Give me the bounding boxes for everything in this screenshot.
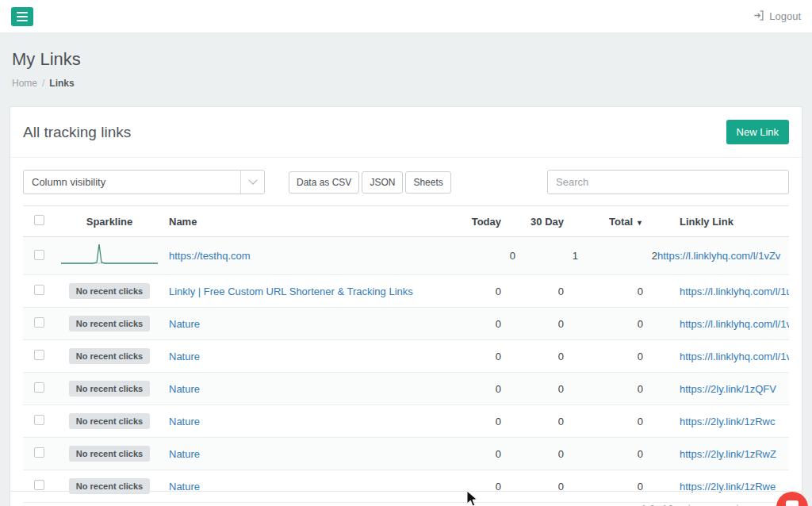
row-checkbox[interactable] <box>34 250 44 260</box>
table-controls: Column visibility Data as CSVJSONSheets <box>10 158 802 205</box>
link-name[interactable]: Nature <box>169 383 200 395</box>
row-checkbox[interactable] <box>34 480 44 490</box>
no-clicks-badge: No recent clicks <box>69 381 150 397</box>
link-name[interactable]: https://testhq.com <box>169 250 251 262</box>
link-name[interactable]: Nature <box>169 416 200 427</box>
no-clicks-badge: No recent clicks <box>69 446 150 462</box>
column-header-day30[interactable]: 30 Day <box>515 206 578 237</box>
row-checkbox[interactable] <box>34 350 44 360</box>
links-table-wrap: SparklineNameToday30 DayTotal▼Linkly Lin… <box>23 205 789 503</box>
no-clicks-badge: No recent clicks <box>69 283 150 299</box>
cell-30day: 0 <box>515 308 578 340</box>
linkly-short-link[interactable]: https://2ly.link/1zRwZ <box>680 448 776 460</box>
cell-total: 0 <box>578 308 657 340</box>
cell-total: 2 <box>578 237 657 275</box>
cell-today: 0 <box>446 237 515 275</box>
cell-30day: 0 <box>515 275 578 308</box>
page-header: My Links Home / Links <box>0 33 812 89</box>
breadcrumb: Home / Links <box>12 78 800 89</box>
cell-today: 0 <box>446 373 515 405</box>
link-name[interactable]: Linkly | Free Custom URL Shortener & Tra… <box>169 286 413 297</box>
no-clicks-badge: No recent clicks <box>69 316 150 332</box>
link-name[interactable]: Nature <box>169 318 200 330</box>
cell-today: 0 <box>446 340 515 373</box>
column-visibility-label: Column visibility <box>24 176 105 188</box>
table-row: No recent clicksNature000https://l.linkl… <box>23 340 789 373</box>
row-checkbox[interactable] <box>34 285 44 295</box>
row-checkbox[interactable] <box>34 447 44 458</box>
column-header-sparkline[interactable]: Sparkline <box>50 206 169 237</box>
linkly-short-link[interactable]: https://l.linklyhq.com/l/1u3j <box>680 286 789 297</box>
card-header: All tracking links New Link <box>10 107 802 158</box>
cell-today: 0 <box>446 275 515 308</box>
row-checkbox[interactable] <box>34 415 44 425</box>
cell-total: 0 <box>578 405 657 438</box>
column-header-total[interactable]: Total▼ <box>578 206 657 237</box>
export-sheets-button[interactable]: Sheets <box>405 171 450 194</box>
next-page-icon[interactable]: › <box>718 503 722 506</box>
table-row: No recent clicksNature000https://2ly.lin… <box>23 438 789 470</box>
column-visibility-select[interactable]: Column visibility <box>23 170 265 194</box>
new-link-button[interactable]: New Link <box>726 120 789 144</box>
logout-button[interactable]: Logout <box>753 10 801 23</box>
table-row: No recent clicksNature000https://l.linkl… <box>23 308 789 340</box>
row-checkbox[interactable] <box>34 382 44 393</box>
cell-30day: 0 <box>515 438 578 470</box>
row-checkbox[interactable] <box>34 317 44 328</box>
table-row: https://testhq.com012https://l.linklyhq.… <box>23 237 789 275</box>
linkly-short-link[interactable]: https://l.linklyhq.com/l/1vbu <box>680 351 789 362</box>
hamburger-icon <box>17 12 28 13</box>
cell-total: 0 <box>578 373 657 405</box>
select-all-checkbox[interactable] <box>34 215 44 225</box>
no-clicks-badge: No recent clicks <box>69 348 150 364</box>
export-json-button[interactable]: JSON <box>362 171 403 194</box>
cell-today: 0 <box>446 405 515 438</box>
export-data-as-csv-button[interactable]: Data as CSV <box>289 171 359 194</box>
no-clicks-badge: No recent clicks <box>69 413 150 429</box>
sort-desc-icon: ▼ <box>636 219 643 227</box>
cell-30day: 1 <box>515 237 578 275</box>
cell-total: 0 <box>578 340 657 373</box>
sparkline-chart <box>61 240 158 269</box>
cell-today: 0 <box>446 308 515 340</box>
table-row: No recent clicksNature000https://2ly.lin… <box>23 373 789 405</box>
link-name[interactable]: Nature <box>169 448 200 460</box>
last-page-icon[interactable]: ›| <box>733 503 738 506</box>
linkly-short-link[interactable]: https://l.linklyhq.com/l/1vZv <box>657 250 780 262</box>
chat-bubble-icon <box>786 500 799 506</box>
cell-total: 0 <box>578 438 657 470</box>
card-title: All tracking links <box>23 124 131 141</box>
breadcrumb-home[interactable]: Home <box>12 78 37 89</box>
cell-total: 0 <box>578 275 657 308</box>
column-header-link[interactable]: Linkly Link <box>657 206 789 237</box>
tracking-links-card: All tracking links New Link Column visib… <box>10 106 802 506</box>
breadcrumb-separator: / <box>42 78 44 89</box>
cell-today: 0 <box>446 438 515 470</box>
logout-label: Logout <box>769 10 801 22</box>
linkly-short-link[interactable]: https://2ly.link/1zQFV <box>680 383 776 395</box>
page-title: My Links <box>12 49 800 70</box>
breadcrumb-current: Links <box>49 78 74 89</box>
linkly-short-link[interactable]: https://2ly.link/1zRwc <box>680 416 775 427</box>
card-footer: 1-8 of 8 |‹‹››| <box>10 491 802 506</box>
cell-30day: 0 <box>515 405 578 438</box>
pagination: 1-8 of 8 |‹‹››| <box>10 492 802 506</box>
links-table: SparklineNameToday30 DayTotal▼Linkly Lin… <box>23 205 789 503</box>
chevron-down-icon[interactable] <box>240 171 264 194</box>
cell-30day: 0 <box>515 340 578 373</box>
table-row: No recent clicksNature000https://2ly.lin… <box>23 405 789 438</box>
export-button-group: Data as CSVJSONSheets <box>289 171 451 194</box>
table-header-row: SparklineNameToday30 DayTotal▼Linkly Lin… <box>23 206 789 237</box>
pagination-range: 1-8 of 8 <box>641 504 673 506</box>
link-name[interactable]: Nature <box>169 351 200 362</box>
column-header-today[interactable]: Today <box>446 206 515 237</box>
cell-30day: 0 <box>515 373 578 405</box>
prev-page-icon[interactable]: ‹ <box>704 503 707 506</box>
first-page-icon[interactable]: |‹ <box>688 503 693 506</box>
menu-button[interactable] <box>11 7 33 26</box>
logout-icon <box>753 10 764 23</box>
top-navbar: Logout <box>0 0 812 33</box>
search-input[interactable] <box>547 170 789 194</box>
linkly-short-link[interactable]: https://l.linklyhq.com/l/1vYA <box>680 318 789 330</box>
column-header-name[interactable]: Name <box>169 206 446 237</box>
